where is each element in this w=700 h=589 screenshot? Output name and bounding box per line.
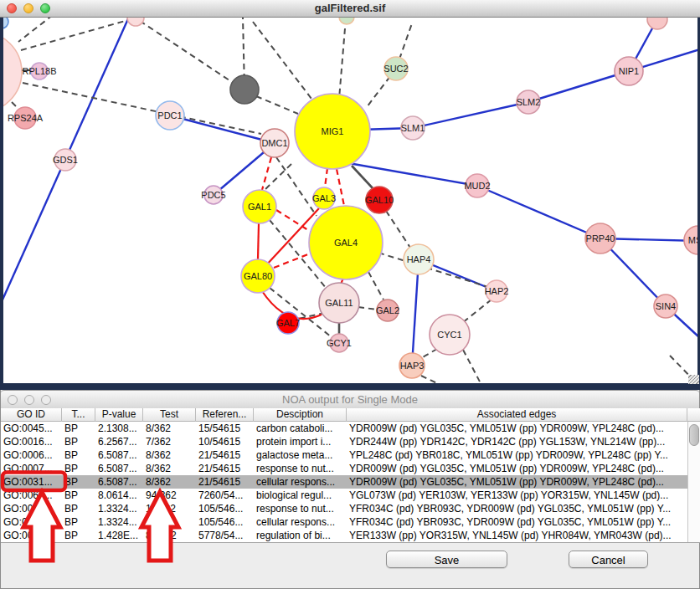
table-row[interactable]: GO:0031...BP1.3324...11/362105/546...cel…	[1, 515, 687, 529]
table-cell: YDR009W (pd) YGL035C, YML051W (pp) YDR00…	[347, 462, 687, 475]
table-cell: BP	[62, 529, 95, 542]
table-cell: 8/362	[143, 448, 196, 462]
table-cell: protein import i...	[254, 435, 347, 448]
vertical-scrollbar-thumb[interactable]	[689, 424, 699, 446]
network-edge	[325, 168, 327, 187]
network-edge	[262, 157, 271, 190]
table-cell: 21/54615	[196, 448, 254, 462]
column-header[interactable]: Test	[143, 408, 196, 422]
node-label: HAP3	[400, 361, 425, 371]
node-label: GCY1	[327, 338, 352, 348]
node-label: PDC1	[157, 110, 182, 120]
table-cell: 1.428E...	[95, 529, 143, 542]
table-cell: regulation of bi...	[254, 529, 347, 542]
noa-window-titlebar[interactable]: NOA output for Single Mode	[1, 390, 699, 410]
table-cell: 105/546...	[196, 515, 254, 529]
node-label: GAL2	[376, 305, 399, 315]
table-row[interactable]: GO:0031...BP1.3324...11/362105/546...res…	[1, 502, 687, 515]
table-cell: cellular respons...	[254, 515, 347, 529]
table-cell: GO:0065...	[1, 489, 62, 502]
table-cell: YPL248C (pd) YBR018C, YML051W (pp) YDR00…	[347, 448, 687, 462]
column-header[interactable]: GO ID	[1, 408, 62, 422]
table-cell: 7/362	[143, 435, 196, 448]
table-row[interactable]: GO:0050...BP1.428E...80/3625778/54...reg…	[1, 529, 687, 542]
table-row[interactable]: GO:0007...BP6.5087...8/36221/54615respon…	[1, 462, 687, 475]
table-cell: YFR034C (pd) YBR093C, YDR009W (pd) YGL03…	[347, 502, 687, 515]
noa-table-body[interactable]: GO:0045...BP2.1308...8/36215/54615carbon…	[1, 422, 687, 542]
table-cell: GO:0050...	[1, 529, 62, 542]
network-edge	[274, 253, 312, 268]
network-edge	[12, 102, 19, 110]
table-row[interactable]: GO:0045...BP2.1308...8/36215/54615carbon…	[1, 422, 687, 435]
node-label: SIN4	[656, 301, 676, 311]
node-label: SLM1	[401, 123, 425, 133]
network-edge	[339, 18, 346, 99]
table-cell: 10/54615	[196, 435, 254, 448]
network-edge	[413, 102, 528, 128]
table-cell: YFR034C (pd) YBR093C, YDR009W (pd) YGL03…	[347, 515, 687, 529]
table-cell: 8/362	[143, 422, 196, 435]
column-header[interactable]: Desciption	[254, 408, 347, 422]
table-cell: 7260/54...	[196, 489, 254, 502]
network-edge	[18, 15, 53, 42]
network-edge	[253, 22, 311, 99]
node-label: GAL3	[312, 193, 336, 203]
column-header[interactable]: Referen...	[196, 408, 254, 422]
table-cell: 6.5087...	[95, 448, 143, 462]
network-window: RPL18BRPS24AGDS1PDC1DMC1MIG1SUC2SLM1SLM2…	[0, 0, 700, 390]
network-canvas[interactable]: RPL18BRPS24AGDS1PDC1DMC1MIG1SUC2SLM1SLM2…	[0, 0, 700, 383]
node-label: PRP40	[586, 233, 615, 243]
table-cell: GO:0031...	[1, 515, 62, 529]
column-header[interactable]: P-value	[95, 408, 143, 422]
table-cell: YER133W (pp) YOR315W, YNL145W (pd) YHR08…	[347, 529, 687, 542]
cancel-button[interactable]: Cancel	[569, 551, 648, 568]
network-edge	[276, 157, 317, 216]
network-edge	[352, 166, 373, 189]
node-label: MUD2	[464, 181, 490, 191]
table-row[interactable]: GO:0065...BP8.0614...94/3627260/54...bio…	[1, 489, 687, 502]
table-cell: BP	[62, 502, 95, 515]
network-edge	[421, 349, 437, 358]
network-edge	[477, 186, 600, 238]
node-label: GAL10	[365, 195, 394, 205]
node-label: GAL1	[248, 202, 271, 212]
table-cell: response to nut...	[254, 502, 347, 515]
table-cell: BP	[62, 462, 95, 475]
table-cell: 80/362	[143, 529, 196, 542]
network-window-titlebar[interactable]: galFiltered.sif	[0, 0, 700, 18]
table-cell: carbon cataboli...	[254, 422, 347, 435]
window-border-bottom	[0, 383, 700, 390]
table-cell: 11/362	[143, 502, 196, 515]
node-label: CYC1	[437, 330, 461, 340]
table-header[interactable]: GO IDT...P-valueTestReferen...Desciption…	[1, 408, 700, 422]
column-header[interactable]: T...	[62, 408, 95, 422]
table-cell: GO:0031...	[1, 502, 62, 515]
network-edge	[421, 376, 444, 383]
table-cell: BP	[62, 475, 95, 489]
table-row[interactable]: GO:0006...BP6.5087...8/36221/54615galact…	[1, 448, 687, 462]
network-edge	[358, 307, 377, 310]
resize-grip-icon[interactable]	[688, 375, 699, 384]
network-edge	[276, 210, 311, 232]
table-cell: GO:0045...	[1, 422, 62, 435]
table-row[interactable]: GO:0031...BP6.5087...8/36221/54615cellul…	[1, 475, 687, 489]
table-cell: GO:0016...	[1, 435, 62, 448]
node-unnamed-gray[interactable]	[230, 75, 259, 104]
node-label: PDC5	[201, 190, 225, 200]
table-cell: 5778/54...	[196, 529, 254, 542]
node-label: MIG1	[322, 126, 344, 136]
network-edge	[462, 300, 492, 323]
table-row[interactable]: GO:0016...BP6.2567...7/36210/54615protei…	[1, 435, 687, 448]
node-label: HAP4	[407, 254, 431, 264]
table-cell: 11/362	[143, 515, 196, 529]
network-edge	[368, 272, 383, 300]
table-cell: YDR009W (pd) YGL035C, YML051W (pp) YDR00…	[347, 475, 687, 489]
save-button[interactable]: Save	[386, 551, 507, 568]
column-header[interactable]: Associated edges	[347, 408, 687, 422]
network-edge	[256, 96, 298, 114]
node-label: RPL18B	[23, 66, 57, 76]
node-label: GAL11	[325, 298, 353, 308]
node-label: RPS24A	[8, 113, 44, 123]
table-cell: response to nut...	[254, 462, 347, 475]
table-cell: BP	[62, 489, 95, 502]
